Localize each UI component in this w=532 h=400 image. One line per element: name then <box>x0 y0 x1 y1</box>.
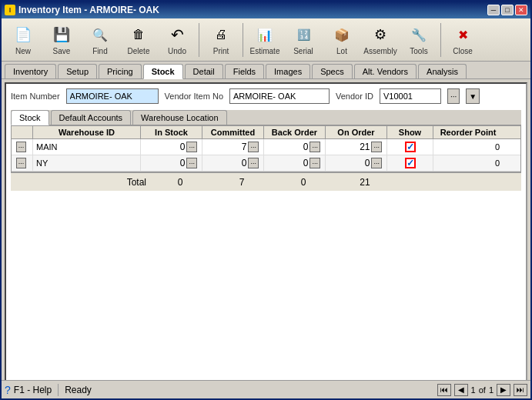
tab-analysis[interactable]: Analysis <box>418 64 467 78</box>
maximize-button[interactable]: □ <box>501 5 514 15</box>
top-tab-strip: Inventory Setup Pricing Stock Detail Fie… <box>2 62 530 79</box>
vendor-id-label: Vendor ID <box>336 92 373 101</box>
serial-button[interactable]: Serial <box>285 21 322 59</box>
find-label: Find <box>92 47 107 55</box>
total-in-stock: 0 <box>149 177 211 188</box>
vendor-item-no-input[interactable] <box>229 88 330 104</box>
row1-on-order-browse[interactable]: ··· <box>371 142 382 152</box>
tab-inventory[interactable]: Inventory <box>5 64 56 78</box>
row1-on-order: 21 ··· <box>326 139 387 155</box>
undo-label: Undo <box>168 47 186 55</box>
prev-page-button[interactable]: ◀ <box>454 384 468 396</box>
status-bar: ? F1 - Help Ready ⏮ ◀ 1 of 1 ▶ ⏭ <box>2 380 530 398</box>
row1-browse-button[interactable]: ··· <box>16 142 27 152</box>
assembly-button[interactable]: Assembly <box>362 21 399 59</box>
tab-images[interactable]: Images <box>266 64 310 78</box>
estimate-label: Estimate <box>250 47 280 55</box>
col-warehouse-id: Warehouse ID <box>33 126 141 138</box>
lot-button[interactable]: Lot <box>323 21 360 59</box>
row2-back-order: 0 ··· <box>264 155 326 171</box>
row2-back-order-browse[interactable]: ··· <box>309 158 320 168</box>
toolbar-separator-3 <box>440 23 441 57</box>
main-window: I Inventory Item - ARMOIRE- OAK ─ □ ✕ Ne… <box>0 0 532 400</box>
print-button[interactable]: Print <box>202 21 239 59</box>
window-title: Inventory Item - ARMOIRE- OAK <box>18 5 159 15</box>
row2-browse-btn: ··· <box>12 155 33 171</box>
estimate-icon <box>254 24 276 45</box>
print-icon <box>210 24 232 45</box>
total-pages: 1 <box>489 385 494 395</box>
item-number-input[interactable] <box>66 88 159 104</box>
minimize-button[interactable]: ─ <box>487 5 500 15</box>
total-committed: 7 <box>211 177 273 188</box>
lot-label: Lot <box>336 47 347 55</box>
row1-warehouse-id: MAIN <box>33 139 141 155</box>
vendor-id-dropdown-button[interactable]: ▼ <box>466 88 480 104</box>
title-bar-buttons: ─ □ ✕ <box>487 5 527 15</box>
row2-show-checkbox[interactable]: ✓ <box>405 158 416 168</box>
row2-browse-button[interactable]: ··· <box>16 158 27 168</box>
new-button[interactable]: New <box>5 21 42 59</box>
window-icon: I <box>5 5 15 15</box>
row1-reorder-point: 0 <box>433 139 503 155</box>
serial-label: Serial <box>293 47 313 55</box>
row1-show: ✓ <box>387 139 433 155</box>
tab-inner-default-accounts[interactable]: Default Accounts <box>51 110 132 125</box>
find-button[interactable]: Find <box>82 21 119 59</box>
new-icon <box>12 24 34 45</box>
tab-fields[interactable]: Fields <box>225 64 264 78</box>
grid-header: Warehouse ID In Stock Committed Back Ord… <box>12 126 520 139</box>
row1-back-order-browse[interactable]: ··· <box>309 142 320 152</box>
col-show: Show <box>387 126 433 138</box>
total-row: Total 0 7 0 21 <box>11 172 521 191</box>
row2-committed-browse[interactable]: ··· <box>248 158 259 168</box>
row2-on-order: 0 ··· <box>326 155 387 171</box>
last-page-button[interactable]: ⏭ <box>514 384 527 396</box>
estimate-button[interactable]: Estimate <box>246 21 283 59</box>
status-ready: Ready <box>59 385 437 395</box>
delete-label: Delete <box>128 47 150 55</box>
undo-button[interactable]: Undo <box>159 21 196 59</box>
tools-label: Tools <box>410 47 427 55</box>
total-label: Total <box>14 177 149 188</box>
tab-inner-stock[interactable]: Stock <box>11 110 49 125</box>
tools-button[interactable]: Tools <box>400 21 437 59</box>
content-area: Item Number Vendor Item No Vendor ID ···… <box>5 82 527 395</box>
tab-detail[interactable]: Detail <box>185 64 223 78</box>
tab-stock[interactable]: Stock <box>143 64 183 79</box>
first-page-button[interactable]: ⏮ <box>437 384 451 396</box>
row2-in-stock-browse[interactable]: ··· <box>186 158 197 168</box>
delete-button[interactable]: Delete <box>120 21 157 59</box>
tab-alt-vendors[interactable]: Alt. Vendors <box>354 64 417 78</box>
tab-pricing[interactable]: Pricing <box>99 64 142 78</box>
tab-setup[interactable]: Setup <box>58 64 97 78</box>
next-page-button[interactable]: ▶ <box>497 384 510 396</box>
close-window-button[interactable]: ✕ <box>515 5 527 15</box>
row1-back-order: 0 ··· <box>264 139 326 155</box>
delete-icon <box>128 24 149 45</box>
help-icon: ? <box>5 384 11 396</box>
col-in-stock: In Stock <box>141 126 202 138</box>
row2-committed: 0 ··· <box>202 155 264 171</box>
page-number: 1 <box>471 385 476 395</box>
save-button[interactable]: Save <box>43 21 80 59</box>
vendor-id-browse-button[interactable]: ··· <box>447 88 460 104</box>
tab-specs[interactable]: Specs <box>312 64 353 78</box>
title-bar-left: I Inventory Item - ARMOIRE- OAK <box>5 5 159 15</box>
lot-icon <box>331 24 353 45</box>
table-row: ··· NY 0 ··· 0 ··· 0 ··· 0 ··· <box>12 155 520 172</box>
row1-in-stock-browse[interactable]: ··· <box>186 142 197 152</box>
tab-inner-warehouse-location[interactable]: Warehouse Location <box>132 110 227 125</box>
vendor-id-input[interactable] <box>380 88 441 104</box>
row1-show-checkbox[interactable]: ✓ <box>405 142 416 152</box>
undo-icon <box>166 24 188 45</box>
inner-tab-strip: Stock Default Accounts Warehouse Locatio… <box>11 110 521 125</box>
row1-committed-browse[interactable]: ··· <box>248 142 259 152</box>
close-button[interactable]: Close <box>444 21 481 59</box>
col-on-order: On Order <box>326 126 387 138</box>
col-browse <box>12 126 33 138</box>
row2-on-order-browse[interactable]: ··· <box>371 158 382 168</box>
row2-warehouse-id: NY <box>33 155 141 171</box>
row1-committed: 7 ··· <box>202 139 264 155</box>
assembly-icon <box>370 24 391 45</box>
